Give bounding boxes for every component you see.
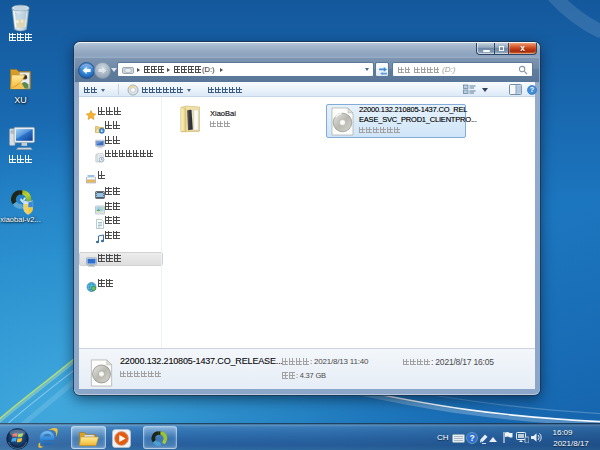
svg-text:?: ? [530, 85, 535, 94]
svg-text:?: ? [469, 433, 474, 443]
